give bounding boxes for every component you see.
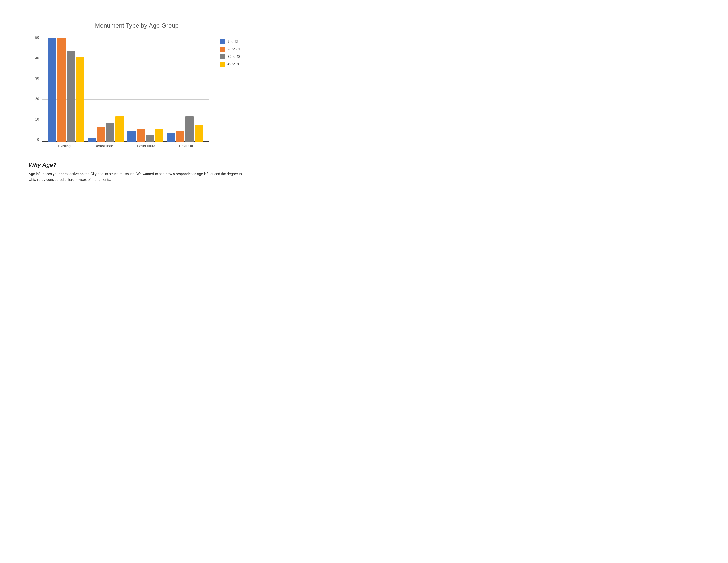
legend-label-49to76: 49 to 76 [227,62,240,66]
x-axis-labels: Existing Demolished Past/Future Potentia… [42,142,209,150]
bar-group-pastfuture [127,129,163,142]
legend-swatch-32to48 [220,54,225,59]
x-label-potential: Potential [179,144,193,148]
bar-existing-49to76 [76,57,84,142]
bar-demolished-49to76 [115,116,124,142]
legend-swatch-49to76 [220,62,225,67]
bar-group-potential [167,116,203,142]
why-body: Age influences your perspective on the C… [29,171,245,182]
legend-swatch-7to22 [220,39,225,44]
chart-area: 50 40 30 20 10 0 [29,36,209,150]
legend-label-23to31: 23 to 31 [227,47,240,51]
legend-item-7to22: 7 to 22 [220,39,240,44]
bar-potential-23to31 [176,131,184,142]
legend-label-7to22: 7 to 22 [227,40,238,44]
y-label-20: 20 [29,97,41,101]
legend-item-23to31: 23 to 31 [220,47,240,52]
x-label-pastfuture: Past/Future [137,144,155,148]
y-label-40: 40 [29,56,41,60]
bar-pastfuture-32to48 [146,135,154,142]
y-label-30: 30 [29,77,41,81]
bar-demolished-7to22 [88,137,96,142]
legend: 7 to 22 23 to 31 32 to 48 49 to 76 [216,36,245,70]
bar-existing-32to48 [67,51,75,142]
bar-potential-32to48 [185,116,194,142]
bar-existing-7to22 [48,38,56,142]
y-label-0: 0 [29,138,41,142]
legend-swatch-23to31 [220,47,225,52]
bar-existing-23to31 [57,38,66,142]
bar-potential-7to22 [167,133,175,142]
chart-container: 50 40 30 20 10 0 [29,36,245,150]
chart-title: Monument Type by Age Group [9,22,265,29]
y-axis-labels: 50 40 30 20 10 0 [29,36,41,142]
why-section: Why Age? Age influences your perspective… [29,162,245,182]
bar-demolished-23to31 [97,127,105,142]
legend-label-32to48: 32 to 48 [227,55,240,59]
y-label-10: 10 [29,117,41,121]
bar-pastfuture-7to22 [127,131,136,142]
y-label-50: 50 [29,36,41,40]
bar-potential-49to76 [195,125,203,142]
bar-group-existing [48,38,84,142]
x-label-existing: Existing [58,144,71,148]
bar-pastfuture-49to76 [155,129,163,142]
legend-item-32to48: 32 to 48 [220,54,240,59]
x-label-demolished: Demolished [94,144,113,148]
bar-demolished-32to48 [106,123,114,142]
legend-item-49to76: 49 to 76 [220,62,240,67]
why-title: Why Age? [29,162,245,168]
bars-section [42,36,209,142]
bar-group-demolished [88,116,124,142]
bar-pastfuture-23to31 [137,129,145,142]
